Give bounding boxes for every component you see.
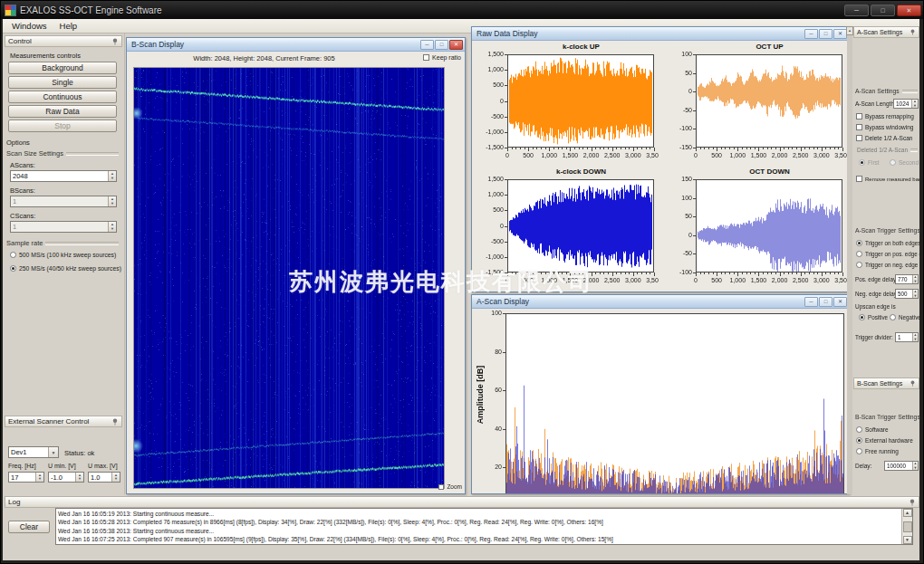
settings-scroll-strip[interactable] (847, 26, 852, 494)
bscan-titlebar[interactable]: B-Scan Display ─ □ ✕ (127, 38, 465, 52)
raw-close-button[interactable]: ✕ (833, 29, 847, 39)
raw-data-button[interactable]: Raw Data (8, 105, 117, 118)
bscans-input[interactable]: 1▲▼ (10, 196, 117, 207)
clear-log-button[interactable]: Clear (8, 521, 50, 533)
log-scrollbar[interactable]: ▲ ▼ (901, 509, 912, 544)
external-scanner-header[interactable]: External Scanner Control (5, 416, 122, 427)
bypass-remapping-checkbox[interactable]: Bypass remapping (856, 113, 914, 119)
bscan-delay-input[interactable]: 100000▲▼ (884, 461, 919, 471)
umax-spinner[interactable]: ▲▼ (111, 473, 120, 482)
ascan-close-button[interactable]: ✕ (833, 297, 847, 307)
log-panel-title: Log (8, 498, 20, 506)
umax-input[interactable]: 1.0▲▼ (88, 472, 120, 483)
radio-icon (856, 437, 862, 444)
bscan-minimize-button[interactable]: ─ (420, 40, 434, 50)
oct-down-chart[interactable] (662, 177, 847, 291)
cscans-label: CScans: (10, 212, 35, 220)
second-radio[interactable]: Second (890, 159, 919, 166)
external-hardware-radio[interactable]: External hardware (856, 437, 913, 444)
close-button[interactable]: ✕ (897, 5, 921, 16)
background-button[interactable]: Background (8, 62, 117, 74)
neg-delay-spinner[interactable]: ▲▼ (912, 290, 918, 298)
bscan-delay-spinner[interactable]: ▲▼ (912, 462, 918, 470)
device-select[interactable]: Dev1▼ (8, 446, 59, 458)
freq-input[interactable]: 17▲▼ (8, 472, 44, 483)
bscans-spinner[interactable]: ▲▼ (108, 196, 116, 206)
ascan-minimize-button[interactable]: ─ (804, 297, 818, 307)
trigger-divider-input[interactable]: 1▲▼ (895, 332, 919, 342)
pin-icon[interactable] (910, 380, 916, 387)
upscan-positive-radio[interactable]: Positive (859, 314, 888, 320)
oct-up-chart[interactable] (662, 52, 847, 166)
pin-icon[interactable] (910, 29, 916, 35)
log-line: Wed Jan 16 16:07:25 2013: Completed 907 … (58, 535, 900, 543)
bscan-zoom-checkbox[interactable]: Zoom (438, 483, 462, 490)
ascans-input[interactable]: 2048▲▼ (10, 170, 117, 182)
chart-title-kclock-up: k-clock UP (474, 42, 661, 52)
trigger-divider-label: Trigger divider: (855, 334, 893, 340)
sample-rate-500-radio[interactable]: 500 MS/s (100 kHz sweep sources) (10, 252, 116, 258)
menu-help[interactable]: Help (54, 20, 83, 32)
cscans-spinner[interactable]: ▲▼ (108, 222, 116, 232)
minimize-button[interactable]: ─ (844, 5, 869, 16)
cscans-input[interactable]: 1▲▼ (10, 221, 117, 233)
single-button[interactable]: Single (8, 76, 117, 89)
umin-spinner[interactable]: ▲▼ (75, 473, 83, 482)
ascan-trigger-group-label: A-Scan Trigger Settings (855, 227, 918, 234)
raw-data-titlebar[interactable]: Raw Data Display ─ □ ✕ (472, 27, 849, 41)
log-panel-header[interactable]: Log (5, 496, 919, 508)
software-trigger-radio[interactable]: Software (856, 426, 889, 433)
free-running-radio[interactable]: Free running (856, 448, 899, 454)
freq-spinner[interactable]: ▲▼ (35, 473, 43, 482)
scanner-status-label: Status: ok (64, 449, 94, 457)
bscan-image[interactable] (133, 67, 445, 489)
remove-background-checkbox[interactable]: Remove measured background (856, 176, 924, 182)
ascan-length-input[interactable]: 1024▲▼ (893, 99, 919, 109)
delete-half-ascan-checkbox[interactable]: Delete 1/2 A-Scan (856, 135, 912, 141)
umin-input[interactable]: -1.0▲▼ (48, 472, 84, 483)
bscan-delay-label: Delay: (855, 463, 871, 469)
menu-windows[interactable]: Windows (6, 20, 53, 32)
neg-delay-input[interactable]: 500▲▼ (895, 289, 919, 299)
bypass-windowing-checkbox[interactable]: Bypass windowing (856, 124, 913, 130)
ascans-spinner[interactable]: ▲▼ (108, 171, 116, 181)
raw-minimize-button[interactable]: ─ (804, 29, 818, 39)
control-panel-header[interactable]: Control (5, 35, 122, 47)
keep-ratio-checkbox[interactable]: Keep ratio (423, 54, 461, 61)
continuous-button[interactable]: Continuous (8, 91, 117, 103)
sample-rate-250-radio[interactable]: 250 MS/s (40/50 kHz sweep sources) (10, 265, 121, 272)
pin-icon[interactable] (111, 38, 119, 45)
umax-label: U max. [V] (88, 463, 118, 469)
scroll-up-icon[interactable]: ▲ (903, 509, 912, 517)
bscan-info: Width: 2048, Height: 2048, Current Frame… (127, 54, 401, 62)
ascan-titlebar[interactable]: A-Scan Display ─ □ ✕ (472, 295, 849, 309)
trigger-pos-edge-radio[interactable]: Trigger on pos. edge only (856, 251, 924, 257)
trigger-divider-spinner[interactable]: ▲▼ (912, 333, 918, 341)
scroll-collapse-icon[interactable]: ▲ (846, 26, 853, 35)
chart-title-oct-down: OCT DOWN (662, 167, 850, 177)
ascan-length-spinner[interactable]: ▲▼ (911, 100, 918, 108)
bscan-close-button[interactable]: ✕ (449, 40, 463, 50)
ascan-settings-header[interactable]: A-Scan Settings (853, 26, 919, 38)
ascan-maximize-button[interactable]: □ (819, 297, 833, 307)
control-panel-title: Control (8, 37, 32, 45)
first-radio[interactable]: First (859, 159, 880, 166)
bscan-settings-header[interactable]: B-Scan Settings (853, 378, 919, 389)
stop-button[interactable]: Stop (8, 119, 117, 132)
pos-delay-input[interactable]: 770▲▼ (895, 274, 919, 284)
ascan-chart[interactable] (484, 310, 848, 494)
pin-icon[interactable] (111, 418, 119, 425)
trigger-neg-edge-radio[interactable]: Trigger on neg. edge only (856, 262, 924, 268)
pin-icon[interactable] (909, 499, 916, 506)
kclock-up-chart[interactable] (474, 52, 659, 166)
scroll-thumb[interactable] (903, 521, 912, 532)
upscan-negative-radio[interactable]: Negative (890, 314, 921, 320)
log-box[interactable]: Wed Jan 16 16:05:19 2013: Starting conti… (55, 508, 913, 545)
raw-maximize-button[interactable]: □ (819, 29, 833, 39)
scroll-down-icon[interactable]: ▼ (903, 536, 912, 544)
trigger-both-edges-radio[interactable]: Trigger on both edges (856, 240, 920, 246)
kclock-down-chart[interactable] (474, 177, 659, 291)
bscan-maximize-button[interactable]: □ (435, 40, 448, 50)
pos-delay-spinner[interactable]: ▲▼ (912, 275, 918, 283)
maximize-button[interactable]: □ (871, 5, 895, 16)
